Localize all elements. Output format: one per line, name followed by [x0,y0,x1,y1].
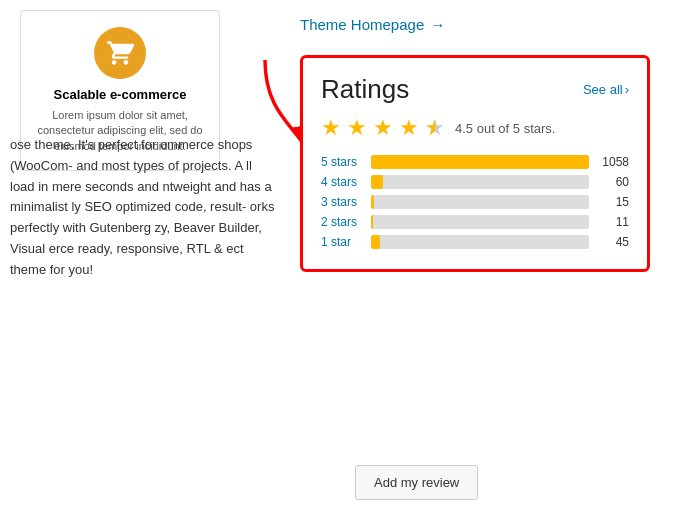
see-all-chevron: › [625,82,629,97]
bar-fill-0 [371,155,589,169]
bar-track-4 [371,235,589,249]
bar-track-1 [371,175,589,189]
theme-icon [94,27,146,79]
star-2: ★ [347,115,367,141]
bar-track-3 [371,215,589,229]
bar-fill-2 [371,195,374,209]
star-4: ★ [399,115,419,141]
rating-label-0[interactable]: 5 stars [321,155,363,169]
bar-track-0 [371,155,589,169]
ratings-title: Ratings [321,74,409,105]
cart-icon [106,39,134,67]
rating-row: 4 stars 60 [321,175,629,189]
rating-average: 4.5 out of 5 stars. [455,121,555,136]
rating-count-2: 15 [597,195,629,209]
star-3: ★ [373,115,393,141]
see-all-link[interactable]: See all › [583,82,629,97]
theme-homepage-link[interactable]: Theme Homepage → [300,16,445,33]
add-review-button[interactable]: Add my review [355,465,478,500]
theme-homepage-label: Theme Homepage [300,16,424,33]
rating-count-0: 1058 [597,155,629,169]
ratings-panel: Ratings See all › ★ ★ ★ ★ ★ ★ 4.5 out of… [300,55,650,272]
rating-label-4[interactable]: 1 star [321,235,363,249]
see-all-label: See all [583,82,623,97]
theme-card-title: Scalable e-commerce [54,87,187,102]
rating-count-4: 45 [597,235,629,249]
stars-summary: ★ ★ ★ ★ ★ ★ 4.5 out of 5 stars. [321,115,629,141]
rating-row: 2 stars 11 [321,215,629,229]
rating-label-3[interactable]: 2 stars [321,215,363,229]
rating-bars: 5 stars 1058 4 stars 60 3 stars 15 2 sta… [321,155,629,249]
rating-row: 1 star 45 [321,235,629,249]
bar-track-2 [371,195,589,209]
bar-fill-3 [371,215,373,229]
bar-fill-4 [371,235,380,249]
rating-label-2[interactable]: 3 stars [321,195,363,209]
rating-row: 5 stars 1058 [321,155,629,169]
theme-description-text: ose theme. It's perfect for ommerce shop… [10,135,275,281]
bar-fill-1 [371,175,383,189]
rating-row: 3 stars 15 [321,195,629,209]
ratings-header: Ratings See all › [321,74,629,105]
star-1: ★ [321,115,341,141]
star-5-half: ★ ★ [425,115,445,141]
rating-count-3: 11 [597,215,629,229]
rating-count-1: 60 [597,175,629,189]
rating-label-1[interactable]: 4 stars [321,175,363,189]
theme-homepage-arrow: → [430,16,445,33]
